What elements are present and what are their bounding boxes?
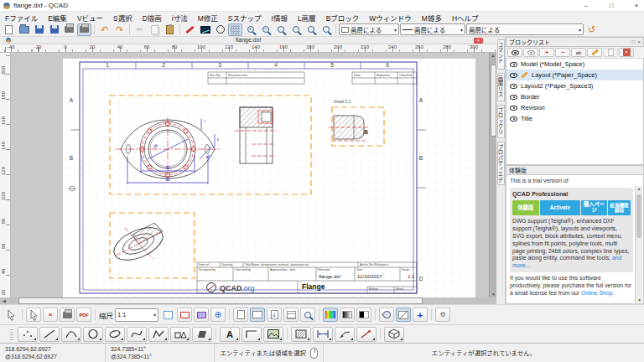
menu-misc[interactable]: M雑多 [417, 13, 447, 23]
isometric-tool-button[interactable] [384, 327, 404, 342]
auto-fit-icon[interactable] [160, 308, 175, 322]
copy-block-button[interactable] [603, 48, 618, 57]
preview-settings-button[interactable]: ⚙ [435, 308, 450, 322]
hairline-button[interactable] [379, 308, 394, 322]
add-block-button[interactable]: + [539, 48, 554, 57]
spline-tool-button[interactable] [127, 327, 147, 342]
print-now-button[interactable] [60, 308, 75, 322]
new-file-button[interactable] [2, 23, 16, 36]
zoom-out-button[interactable]: − [258, 23, 273, 36]
landscape-button[interactable] [250, 308, 265, 322]
pan-zoom-button[interactable] [319, 23, 333, 36]
ellipse-tool-button[interactable] [105, 327, 125, 342]
drawing-preferences-button[interactable] [183, 23, 197, 36]
open-file-button[interactable] [17, 23, 31, 36]
float-panel-icon[interactable]: □ [632, 39, 636, 44]
horizontal-scrollbar[interactable]: ◀ [0, 297, 496, 304]
block-row-model[interactable]: Model (*Model_Space) [506, 59, 643, 70]
image-tool-button[interactable] [263, 327, 283, 342]
scroll-up-icon[interactable]: ▲ [491, 53, 496, 58]
eye-icon[interactable] [510, 95, 517, 100]
grid-toggle-button[interactable] [228, 23, 242, 36]
trial-scrollbar-thumb[interactable] [636, 194, 641, 238]
save-as-button[interactable] [47, 23, 61, 36]
horizontal-scrollbar-thumb[interactable] [18, 297, 423, 304]
zoom-page-button[interactable] [300, 308, 315, 322]
application-preferences-button[interactable] [198, 23, 212, 36]
eye-icon[interactable] [510, 84, 517, 89]
copy-button[interactable] [148, 23, 162, 36]
text-tool-button[interactable]: A [220, 327, 240, 342]
toolbar-grip[interactable] [10, 328, 13, 340]
lineweight-combobox[interactable]: 画層による ▾ [466, 23, 584, 35]
close-preview-button[interactable]: × [43, 308, 58, 322]
document-tab-title[interactable]: flange.dxf [0, 37, 496, 43]
trial-scrollbar[interactable]: ▲ ▼ [635, 186, 642, 303]
minimize-button[interactable]: – [575, 0, 597, 11]
menu-snap[interactable]: Sスナップ [223, 13, 267, 23]
circle-tool-button[interactable] [83, 327, 103, 342]
pdf-export-button[interactable]: PDF [76, 308, 91, 322]
maximize-button[interactable]: □ [600, 0, 622, 11]
remove-block-button[interactable]: − [555, 48, 570, 57]
scroll-down-icon[interactable]: ▼ [491, 292, 496, 297]
cut-button[interactable]: ✂ [132, 23, 147, 36]
shape-tool-button[interactable] [170, 327, 190, 342]
scroll-down-icon[interactable]: ▼ [637, 297, 641, 303]
color-combobox[interactable]: 画層による ▾ [339, 23, 399, 35]
line-tool-button[interactable] [39, 327, 60, 342]
menu-draw[interactable]: D描画 [138, 13, 167, 23]
menu-layer[interactable]: L画層 [293, 13, 321, 23]
vertical-scrollbar-thumb[interactable] [491, 65, 496, 137]
block-row-layout2[interactable]: Layout2 (*Paper_Space3) [506, 80, 643, 91]
undo-button[interactable]: ↶ [97, 23, 112, 36]
menu-help[interactable]: Hヘルプ [447, 13, 484, 23]
polyline-tool-button[interactable] [148, 327, 169, 342]
drawing-canvas[interactable]: 1 2 3 4 5 6 A B A B D [11, 53, 489, 297]
print-button[interactable] [62, 23, 76, 36]
vertical-scrollbar[interactable]: ▲ ▼ [489, 53, 496, 297]
scroll-up-icon[interactable]: ▲ [637, 186, 641, 191]
selection-tool-button[interactable] [26, 308, 41, 322]
single-page-button[interactable]: 1 [267, 308, 282, 322]
paper-borders-button[interactable] [177, 308, 192, 322]
dock-tab-layer-list[interactable]: 画層リスト [497, 73, 505, 101]
print-preview-button[interactable] [77, 23, 91, 36]
measure-tool-button[interactable] [356, 327, 377, 342]
block-row-border[interactable]: Border [506, 91, 643, 102]
add-page-button[interactable]: + [413, 308, 428, 322]
full-color-button[interactable] [323, 308, 338, 322]
crop-marks-button[interactable]: ⊕ [210, 308, 226, 322]
scale-combobox[interactable]: 1:1 ▾ [115, 308, 158, 322]
dimension-tool-button[interactable] [313, 327, 333, 342]
auto-zoom-button[interactable] [273, 23, 288, 36]
zoom-in-button[interactable]: + [243, 23, 257, 36]
solid-fill-tool-button[interactable] [192, 327, 212, 342]
online-shop-link[interactable]: Online Shop. [581, 290, 614, 296]
eye-icon[interactable] [510, 106, 517, 111]
hatch-tool-button[interactable] [291, 327, 311, 342]
previous-view-button[interactable] [304, 23, 318, 36]
delete-block-button[interactable]: × [619, 48, 634, 57]
save-button[interactable] [32, 23, 46, 36]
block-row-layout[interactable]: Layout (*Paper_Space) [506, 70, 643, 80]
dock-tab-block-list[interactable]: ブロックリスト [497, 105, 505, 138]
dock-tab-command-line[interactable]: コマンドライン [497, 39, 505, 70]
menu-modify[interactable]: M修正 [193, 13, 223, 23]
eye-icon[interactable] [510, 73, 517, 78]
menu-dimension[interactable]: i寸法 [167, 13, 193, 23]
activate-button[interactable]: Activate [540, 200, 580, 215]
menu-block[interactable]: Bブロック [321, 13, 365, 23]
hide-all-blocks-button[interactable] [523, 48, 538, 57]
menu-view[interactable]: Vビュー [72, 13, 108, 23]
menu-info[interactable]: I情報 [267, 13, 293, 23]
dock-tab-property-editor[interactable]: プロパティエディタ [497, 142, 505, 185]
paste-button[interactable] [163, 23, 177, 36]
linetype-combobox[interactable]: 画層による ▾ [400, 23, 465, 35]
show-all-blocks-button[interactable] [507, 48, 522, 57]
close-button[interactable]: × [626, 0, 644, 11]
block-row-revision[interactable]: Revision [506, 102, 643, 113]
eye-icon[interactable] [510, 116, 517, 122]
margins-button[interactable] [194, 308, 209, 322]
portrait-button[interactable] [233, 308, 248, 322]
